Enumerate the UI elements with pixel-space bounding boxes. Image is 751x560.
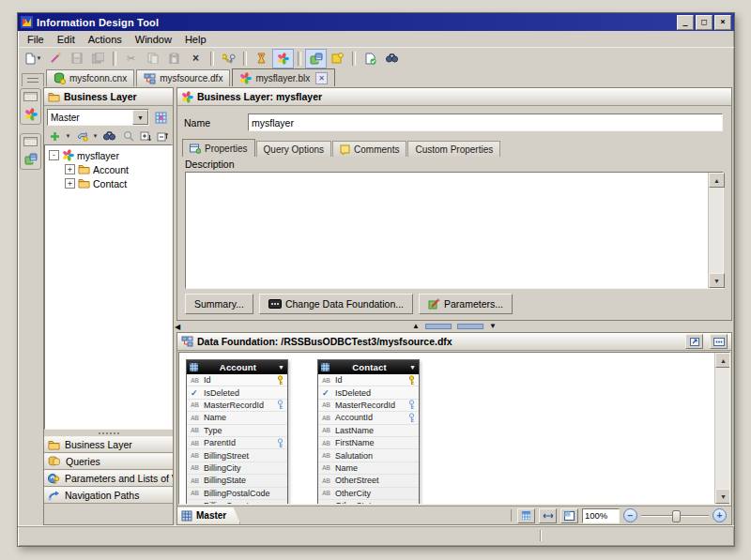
insert-tool-button[interactable]: [74, 129, 89, 144]
column-row[interactable]: ABType: [187, 425, 287, 437]
chevron-down-icon[interactable]: ▼: [409, 364, 416, 371]
close-tab-icon[interactable]: ✕: [315, 72, 328, 84]
pane-splitter[interactable]: [44, 430, 173, 436]
table-header[interactable]: Contact▼: [318, 360, 419, 374]
column-row[interactable]: ABBillingCity: [187, 462, 287, 475]
business-layer-button[interactable]: [272, 49, 294, 68]
chevron-down-icon[interactable]: ▼: [132, 110, 148, 125]
canvas-scrollbar[interactable]: ▲ ▼: [714, 353, 729, 504]
column-row[interactable]: ✓IsDeleted: [318, 386, 419, 399]
more-options-button[interactable]: [710, 334, 728, 349]
data-foundation-icon[interactable]: [23, 152, 38, 166]
scroll-up-icon[interactable]: ▲: [709, 173, 725, 188]
view-selector[interactable]: Master ▼: [47, 109, 149, 126]
column-row[interactable]: ABLastName: [318, 425, 419, 437]
column-row[interactable]: ABOtherState: [318, 500, 419, 505]
close-button[interactable]: ×: [714, 15, 731, 30]
column-row[interactable]: ABOtherStreet: [318, 475, 419, 487]
new-document-button[interactable]: ▼: [23, 49, 44, 68]
scroll-up-icon[interactable]: ▲: [715, 353, 730, 368]
dropdown-arrow-button[interactable]: ▼: [64, 129, 72, 144]
accordion-queries[interactable]: Queries: [44, 453, 173, 470]
zoom-out-button[interactable]: −: [623, 508, 637, 522]
column-row[interactable]: ABBillingState: [187, 475, 287, 487]
menu-help[interactable]: Help: [178, 33, 213, 46]
collapse-left-icon[interactable]: ◀: [175, 323, 180, 331]
column-row[interactable]: ABMasterRecordId: [187, 400, 287, 412]
accordion-navigation-paths[interactable]: Navigation Paths: [44, 487, 173, 504]
column-row[interactable]: ABSalutation: [318, 449, 419, 462]
collapse-all-button[interactable]: [155, 129, 170, 144]
scroll-down-icon[interactable]: ▼: [715, 489, 730, 504]
delete-button[interactable]: ×: [185, 49, 207, 68]
data-foundation-canvas[interactable]: Account▼ABId ✓IsDeletedABMasterRecordId …: [178, 352, 730, 505]
scroll-down-icon[interactable]: ▼: [709, 273, 725, 288]
restore-pane-icon[interactable]: [23, 137, 38, 146]
open-editor-button[interactable]: [685, 334, 703, 349]
table-header[interactable]: Account▼: [187, 360, 287, 374]
column-row[interactable]: ABBillingStreet: [187, 449, 287, 462]
menu-window[interactable]: Window: [129, 33, 178, 46]
parameters-button[interactable]: [327, 49, 348, 68]
zoom-slider-thumb[interactable]: [672, 510, 681, 522]
minimized-toolbar-stub[interactable]: [22, 73, 44, 86]
tab-query-options[interactable]: Query Options: [256, 141, 331, 157]
expand-icon[interactable]: +: [65, 178, 75, 189]
table-card-account[interactable]: Account▼ABId ✓IsDeletedABMasterRecordId …: [186, 359, 288, 505]
column-row[interactable]: ABFirstName: [318, 437, 419, 449]
table-view-icon[interactable]: [517, 508, 535, 523]
binoculars-button[interactable]: [101, 129, 116, 144]
column-row[interactable]: ABId: [187, 374, 287, 386]
column-row[interactable]: ABAccountId: [318, 412, 419, 424]
minimize-button[interactable]: _: [677, 15, 694, 30]
menu-file[interactable]: File: [21, 33, 51, 46]
splitter-handle[interactable]: [425, 324, 452, 329]
change-data-foundation-button[interactable]: Change Data Foundation...: [259, 294, 413, 314]
tab-custom-properties[interactable]: Custom Properties: [407, 141, 500, 157]
column-row[interactable]: ✓IsDeleted: [187, 386, 287, 399]
column-row[interactable]: ABBillingPostalCode: [187, 488, 287, 500]
master-view-tab[interactable]: Master: [177, 507, 240, 524]
check-integrity-button[interactable]: [360, 49, 381, 68]
doc-tab-mysfconn.cnx[interactable]: mysfconn.cnx: [46, 69, 134, 86]
maximize-button[interactable]: □: [696, 15, 713, 30]
hourglass-button[interactable]: [251, 49, 272, 68]
zoom-level-input[interactable]: 100%: [582, 508, 620, 523]
description-textarea[interactable]: [186, 173, 708, 288]
column-row[interactable]: ABOtherCity: [318, 488, 419, 500]
column-row[interactable]: ABName: [318, 462, 419, 475]
column-row[interactable]: ABMasterRecordId: [318, 400, 419, 412]
zoom-slider[interactable]: [641, 509, 709, 522]
data-foundation-button[interactable]: [305, 49, 327, 68]
description-scrollbar[interactable]: ▲ ▼: [708, 173, 723, 288]
tab-properties[interactable]: Properties: [182, 139, 255, 157]
column-row[interactable]: ABName: [187, 412, 287, 424]
tab-comments[interactable]: Comments: [332, 141, 406, 157]
parameters-button[interactable]: Parameters...: [419, 294, 513, 314]
manage-views-button[interactable]: [152, 110, 170, 126]
restore-pane-icon[interactable]: [23, 92, 38, 101]
horizontal-splitter[interactable]: ◀ ▲ ▼: [176, 321, 732, 332]
name-input[interactable]: [248, 114, 723, 131]
collapse-icon[interactable]: -: [49, 150, 59, 160]
doc-tab-mysflayer.blx[interactable]: mysflayer.blx✕: [232, 68, 335, 86]
column-row[interactable]: ABBillingCountry: [187, 500, 287, 505]
splitter-handle[interactable]: [457, 324, 483, 329]
splitter-down-icon[interactable]: ▼: [489, 323, 497, 330]
column-row[interactable]: ABParentId: [187, 437, 287, 449]
title-bar[interactable]: Information Design Tool _ □ ×: [18, 13, 734, 31]
tree-item-Account[interactable]: + Account: [49, 162, 172, 176]
magic-wand-button[interactable]: [44, 49, 66, 68]
splitter-up-icon[interactable]: ▲: [412, 323, 420, 330]
table-card-contact[interactable]: Contact▼ABId ✓IsDeletedABMasterRecordId …: [317, 359, 420, 505]
doc-tab-mysfsource.dfx[interactable]: mysfsource.dfx: [136, 69, 230, 86]
expand-icon[interactable]: +: [65, 164, 75, 174]
accordion-business-layer[interactable]: Business Layer: [44, 436, 173, 453]
summary-button[interactable]: Summary...: [185, 294, 253, 314]
menu-actions[interactable]: Actions: [82, 33, 129, 46]
fit-width-icon[interactable]: [539, 508, 557, 523]
dropdown-arrow-button[interactable]: ▼: [91, 129, 100, 144]
accordion-parameters-and-lists-of-values[interactable]: Parameters and Lists of Values: [44, 470, 173, 487]
chevron-down-icon[interactable]: ▼: [278, 364, 284, 371]
tree-item-mysflayer[interactable]: - mysflayer: [49, 148, 172, 162]
